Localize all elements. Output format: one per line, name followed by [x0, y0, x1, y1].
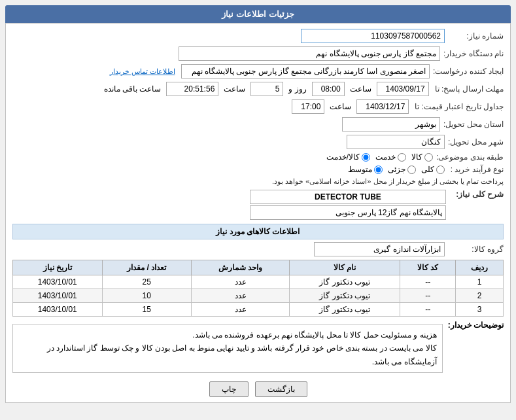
cell-tedad: 25 [102, 275, 191, 289]
shahr-label: شهر محل تحویل: [445, 137, 504, 147]
tozi-content: هزینه و مسئولیت حمل کالا تا محل پالایشگا… [12, 324, 443, 373]
noe-farayand-label: نوع فرآیند خرید : [445, 165, 504, 174]
kala-table: ردیف کد کالا نام کالا واحد شمارش تعداد /… [12, 260, 504, 317]
cell-vahed: عدد [191, 289, 289, 303]
main-content: شماره نیاز: 1103097587000562 نام دستگاه … [5, 23, 511, 403]
ostan-value: بوشهر [342, 117, 440, 131]
page-title: جزئیات اطلاعات نیاز [222, 9, 294, 19]
sareh-koli-line1: DETECTOR TUBE [250, 190, 446, 204]
tozi-text2: کالا می بایست در بسته بندی خاص خود قرار … [47, 343, 437, 353]
chap-button[interactable]: چاپ [209, 381, 249, 397]
saat-label: ساعت [350, 84, 371, 94]
cell-tarikh: 1403/10/01 [13, 275, 103, 289]
ostan-label: استان محل تحویل: [440, 120, 504, 129]
row-nam-destgah: نام دستگاه خریدار: مجتمع گاز پارس جنوبی … [12, 46, 504, 61]
table-header-row: ردیف کد کالا نام کالا واحد شمارش تعداد /… [13, 260, 504, 275]
row-ostan: استان محل تحویل: بوشهر [12, 117, 504, 131]
col-vahed: واحد شمارش [191, 260, 289, 275]
row-jadval: جداول تاریخ اعتبار قیمت: تا 1403/12/17 س… [12, 99, 504, 114]
cell-tedad: 10 [102, 289, 191, 303]
shomare-niaz-value: 1103097587000562 [301, 29, 445, 43]
col-tedad: تعداد / مقدار [102, 260, 191, 275]
cell-nam: تیوب دتکتور گاز [290, 303, 400, 317]
tozi-label: توضیحات خریدار: [448, 321, 504, 330]
table-row: 1--تیوب دتکتور گازعدد251403/10/01 [13, 275, 504, 289]
tabaghe-radio-group: کالا خدمت کالا/خدمت [326, 152, 433, 162]
cell-radif: 3 [456, 303, 504, 317]
mohlat-ersal-label: مهلت ارسال پاسخ: تا [432, 84, 504, 94]
pardakht-note: پرداخت تمام یا بخشی از مبلغ خریدار از مح… [272, 177, 504, 186]
mohlat-date-value: 1403/09/17 [377, 82, 429, 96]
cell-tedad: 15 [102, 303, 191, 317]
cell-vahed: عدد [191, 275, 289, 289]
cell-radif: 2 [456, 289, 504, 303]
tozi-row: توضیحات خریدار: هزینه و مسئولیت حمل کالا… [12, 321, 504, 376]
cell-vahed: عدد [191, 303, 289, 317]
row-pardakht-note: پرداخت تمام یا بخشی از مبلغ خریدار از مح… [12, 177, 504, 186]
shomare-niaz-label: شماره نیاز: [445, 31, 504, 41]
cell-kod: -- [400, 289, 456, 303]
sareh-koli-content: DETECTOR TUBE پالایشگاه نهم گاز12 پارس ج… [250, 190, 446, 220]
radio-kala[interactable]: کالا [411, 152, 433, 162]
nam-destgah-label: نام دستگاه خریدار: [440, 49, 504, 58]
kala-section-title: اطلاعات کالاهای مورد نیاز [12, 224, 504, 239]
cell-tarikh: 1403/10/01 [13, 289, 103, 303]
baqi-mande-label: ساعت باقی مانده [104, 84, 162, 94]
tozi-text3: آزمایشگاه می باشد. [372, 357, 437, 366]
cell-nam: تیوب دتکتور گاز [290, 289, 400, 303]
tabaghe-label: طبقه بندی موضوعی: [433, 152, 504, 162]
button-row: بازگشت چاپ [12, 381, 504, 397]
radio-motevaset[interactable]: متوسط [348, 165, 383, 174]
saat3-label: ساعت [330, 102, 351, 111]
col-radif: ردیف [456, 260, 504, 275]
cell-kod: -- [400, 275, 456, 289]
sareh-koli-label: شرح کلی نیاز: [451, 190, 504, 199]
ijad-konande-label: ایجاد کننده درخواست: [430, 67, 504, 76]
page-header: جزئیات اطلاعات نیاز [5, 5, 511, 23]
cell-radif: 1 [456, 275, 504, 289]
row-mohlat-ersal: مهلت ارسال پاسخ: تا 1403/09/17 ساعت 08:0… [12, 82, 504, 96]
row-shomare-niaz: شماره نیاز: 1103097587000562 [12, 29, 504, 43]
kala-group-label: گروه کالا: [445, 245, 504, 254]
kala-group-value: ابزارآلات اندازه گیری [314, 242, 445, 256]
noe-farayand-radio-group: کلی جزئی متوسط [348, 165, 445, 174]
row-kala-group: گروه کالا: ابزارآلات اندازه گیری [12, 242, 504, 256]
mohlat-roz-value: 5 [250, 82, 283, 96]
row-ijad-konande: ایجاد کننده درخواست: اصغر منصوری اسا کار… [12, 64, 504, 79]
jadval-time-value: 17:00 [292, 99, 324, 114]
radio-koli[interactable]: کلی [421, 165, 445, 174]
mohlat-baqi-value: 20:51:56 [166, 82, 218, 96]
page-wrapper: جزئیات اطلاعات نیاز شماره نیاز: 11030975… [0, 0, 516, 420]
saat2-label: ساعت [224, 84, 245, 94]
radio-jozii[interactable]: جزئی [388, 165, 416, 174]
col-tarikh: تاریخ نیاز [13, 260, 103, 275]
col-kod: کد کالا [400, 260, 456, 275]
ijad-konande-value: اصغر منصوری اسا کارمند بازرگانی مجتمع گا… [181, 64, 430, 79]
cell-kod: -- [400, 303, 456, 317]
table-row: 2--تیوب دتکتور گازعدد101403/10/01 [13, 289, 504, 303]
mohlat-time-value: 08:00 [312, 82, 345, 96]
roz-label: روز و [288, 84, 306, 94]
row-tabaghe: طبقه بندی موضوعی: کالا خدمت کالا/خدمت [12, 152, 504, 162]
row-sareh-koli: شرح کلی نیاز: DETECTOR TUBE پالایشگاه نه… [12, 190, 504, 220]
cell-tarikh: 1403/10/01 [13, 303, 103, 317]
cell-nam: تیوب دتکتور گاز [290, 275, 400, 289]
col-nam: نام کالا [290, 260, 400, 275]
tozi-text1: هزینه و مسئولیت حمل کالا تا محل پالایشگا… [192, 330, 436, 340]
jadval-date-value: 1403/12/17 [356, 99, 409, 114]
etelaat-tamas-link[interactable]: اطلاعات تماس خریدار [110, 67, 175, 76]
shahr-value: کنگان [347, 135, 445, 149]
nam-destgah-value: مجتمع گاز پارس جنوبی پالایشگاه نهم [179, 46, 440, 61]
kala-table-body: 1--تیوب دتکتور گازعدد251403/10/012--تیوب… [13, 275, 504, 317]
radio-kala-khadamat[interactable]: کالا/خدمت [326, 152, 370, 162]
row-noe-farayand: نوع فرآیند خرید : کلی جزئی متوسط [12, 165, 504, 174]
row-shahr: شهر محل تحویل: کنگان [12, 135, 504, 149]
bazgasht-button[interactable]: بازگشت [255, 381, 307, 397]
jadval-label: جداول تاریخ اعتبار قیمت: تا [411, 102, 504, 111]
sareh-koli-line2: پالایشگاه نهم گاز12 پارس جنوبی [250, 205, 446, 220]
radio-khadamat[interactable]: خدمت [375, 152, 406, 162]
table-row: 3--تیوب دتکتور گازعدد151403/10/01 [13, 303, 504, 317]
